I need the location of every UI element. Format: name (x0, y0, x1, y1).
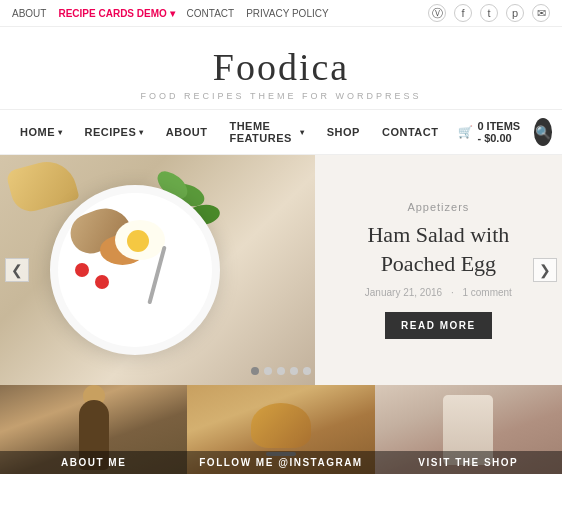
bread-visual (251, 403, 311, 448)
slider-dots (251, 367, 311, 375)
main-nav: HOME ▾ RECIPES ▾ ABOUT THEME FEATURES ▾ … (0, 110, 562, 155)
slider-dot-4[interactable] (290, 367, 298, 375)
cart-link[interactable]: 🛒 0 ITEMS - $0.00 (450, 110, 531, 154)
hero-date: January 21, 2016 (365, 287, 442, 298)
chevron-down-icon: ▾ (58, 128, 63, 137)
instagram-card[interactable]: FOLLOW ME @INSTAGRAM (187, 385, 374, 474)
shop-card[interactable]: VISIT THE SHOP (375, 385, 562, 474)
hero-category: Appetizers (407, 201, 469, 213)
slider-dot-3[interactable] (277, 367, 285, 375)
top-bar-nav: ABOUT RECIPE CARDS DEMO ▾ CONTACT PRIVAC… (12, 8, 329, 19)
cart-icon: 🛒 (458, 125, 473, 139)
nav-home[interactable]: HOME ▾ (10, 116, 73, 148)
card-1-label: ABOUT ME (0, 451, 187, 474)
card-3-label: VISIT THE SHOP (375, 451, 562, 474)
nav-contact[interactable]: CONTACT (372, 116, 448, 148)
hero-meta: January 21, 2016 · 1 comment (362, 287, 515, 298)
cart-total: 0 ITEMS - $0.00 (477, 120, 523, 144)
bottom-cards: ABOUT ME FOLLOW ME @INSTAGRAM VISIT THE … (0, 385, 562, 474)
logo-area: Foodica FOOD RECIPES THEME FOR WORDPRESS (0, 27, 562, 110)
tomato-decoration (75, 263, 89, 277)
email-icon[interactable]: ✉ (532, 4, 550, 22)
bread-decoration (5, 155, 79, 215)
instagram-icon[interactable]: Ⓥ (428, 4, 446, 22)
topbar-link-recipe[interactable]: RECIPE CARDS DEMO ▾ (58, 8, 174, 19)
search-button[interactable]: 🔍 (534, 118, 552, 146)
tomato-decoration (95, 275, 109, 289)
hero-title: Ham Salad with Poached Egg (330, 221, 547, 278)
card-2-label: FOLLOW ME @INSTAGRAM (187, 451, 374, 474)
slider-dot-2[interactable] (264, 367, 272, 375)
social-icons: Ⓥ f t p ✉ (428, 4, 550, 22)
topbar-link-about[interactable]: ABOUT (12, 8, 46, 19)
hero-content: Appetizers Ham Salad with Poached Egg Ja… (315, 155, 562, 385)
site-subtitle: FOOD RECIPES THEME FOR WORDPRESS (0, 91, 562, 101)
about-me-card[interactable]: ABOUT ME (0, 385, 187, 474)
nav-recipes[interactable]: RECIPES ▾ (75, 116, 154, 148)
twitter-icon[interactable]: t (480, 4, 498, 22)
topbar-link-privacy[interactable]: PRIVACY POLICY (246, 8, 328, 19)
chevron-down-icon: ▾ (139, 128, 144, 137)
food-figure (251, 403, 311, 456)
nav-theme-features[interactable]: THEME FEATURES ▾ (219, 110, 314, 154)
slider-dot-1[interactable] (251, 367, 259, 375)
nav-about[interactable]: ABOUT (156, 116, 218, 148)
site-title[interactable]: Foodica (0, 45, 562, 89)
hero-separator: · (451, 287, 457, 298)
topbar-link-contact[interactable]: CONTACT (187, 8, 235, 19)
facebook-icon[interactable]: f (454, 4, 472, 22)
read-more-button[interactable]: READ MORE (385, 312, 492, 339)
slider-next-button[interactable]: ❯ (533, 258, 557, 282)
nav-shop[interactable]: SHOP (317, 116, 370, 148)
egg-yolk (127, 230, 149, 252)
top-bar: ABOUT RECIPE CARDS DEMO ▾ CONTACT PRIVAC… (0, 0, 562, 27)
chevron-down-icon: ▾ (300, 128, 305, 137)
hero-slider: Appetizers Ham Salad with Poached Egg Ja… (0, 155, 562, 385)
slider-dot-5[interactable] (303, 367, 311, 375)
hero-comment: 1 comment (462, 287, 511, 298)
slider-prev-button[interactable]: ❮ (5, 258, 29, 282)
pinterest-icon[interactable]: p (506, 4, 524, 22)
hero-image (0, 155, 326, 385)
